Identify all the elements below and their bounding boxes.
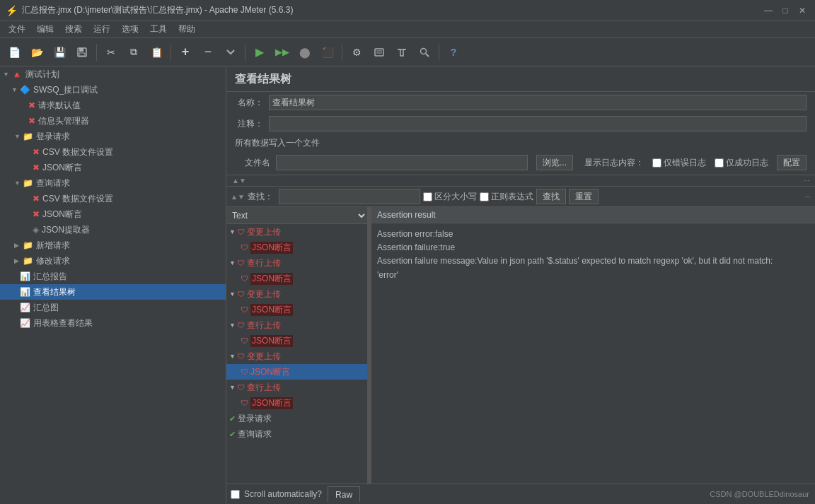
new-button[interactable]: 📄: [4, 42, 24, 62]
help-button[interactable]: ?: [444, 42, 463, 62]
menu-item-搜索[interactable]: 搜索: [59, 22, 88, 37]
report-icon: 📊: [20, 287, 30, 297]
settings-button[interactable]: ⚙: [347, 42, 366, 62]
name-input[interactable]: [269, 95, 807, 110]
copy-button[interactable]: ⧉: [124, 42, 144, 62]
clear-button[interactable]: [392, 42, 412, 62]
scroll-row: ▲▼ ···: [226, 175, 815, 187]
scroll-auto-checkbox[interactable]: [231, 490, 240, 499]
open-button[interactable]: 📂: [27, 42, 47, 62]
sidebar-item-modify-request[interactable]: ▶ 📁 修改请求: [0, 253, 226, 269]
sidebar-item-swsq[interactable]: ▼ 🔷 SWSQ_接口调试: [0, 82, 226, 98]
menu-item-编辑[interactable]: 编辑: [31, 22, 59, 37]
result-panel: Assertion result Assertion error:false A…: [371, 207, 815, 484]
tree-item-selected[interactable]: 🛡 JSON断言: [226, 364, 367, 380]
red-x-icon: ✖: [28, 100, 35, 110]
red-x-icon: ✖: [33, 163, 40, 172]
error-log-checkbox[interactable]: [652, 158, 661, 168]
error-shield-icon: 🛡: [241, 399, 248, 407]
regex-checkbox[interactable]: [480, 192, 489, 201]
menu-item-工具[interactable]: 工具: [144, 22, 173, 37]
sidebar-item-label: CSV 数据文件设置: [42, 146, 113, 158]
filename-label: 文件名: [235, 157, 270, 169]
run-nopause-button[interactable]: ▶▶: [272, 42, 292, 62]
sidebar-item-csv-login[interactable]: ✖ CSV 数据文件设置: [0, 144, 226, 160]
tree-item-row[interactable]: 🛡 JSON断言: [226, 395, 367, 411]
comment-input[interactable]: [269, 116, 807, 131]
sidebar-item-label: 新增请求: [36, 240, 70, 252]
sidebar-item-test-plan[interactable]: ▼ 🔺 测试计划: [0, 66, 226, 82]
sidebar-item-json-login[interactable]: ✖ JSON断言: [0, 160, 226, 175]
log-display-label: 显示日志内容：: [584, 157, 644, 169]
stop-button[interactable]: ⬤: [295, 42, 315, 62]
name-label: 名称：: [235, 97, 263, 109]
find-button[interactable]: 查找: [536, 189, 566, 204]
sidebar-item-table-result[interactable]: 📈 用表格查看结果: [0, 315, 226, 331]
tree-item-row[interactable]: 🛡 JSON断言: [226, 271, 367, 286]
add-button[interactable]: +: [175, 42, 195, 62]
success-log-checkbox[interactable]: [715, 158, 724, 168]
minimize-button[interactable]: —: [761, 4, 775, 18]
split-area: Text JSON XML HTML Regexp Tester ▼ 🛡 变更上…: [226, 207, 815, 484]
toggle-button[interactable]: [221, 42, 241, 62]
maximize-button[interactable]: □: [778, 4, 792, 18]
close-button[interactable]: ✕: [795, 4, 809, 18]
dotdotdot: ···: [804, 177, 809, 184]
tree-item-query[interactable]: ✔ 查询请求: [226, 426, 367, 442]
config-button[interactable]: 配置: [777, 155, 807, 170]
view-selector[interactable]: Text JSON XML HTML Regexp Tester: [226, 207, 367, 224]
sidebar-item-label: JSON提取器: [42, 224, 90, 236]
sidebar-item-new-request[interactable]: ▶ 📁 新增请求: [0, 238, 226, 253]
sidebar-item-label: 用表格查看结果: [33, 317, 93, 329]
sidebar-item-json-extractor[interactable]: ◈ JSON提取器: [0, 222, 226, 238]
raw-tab[interactable]: Raw: [328, 486, 360, 502]
sidebar-item-query-folder[interactable]: ▼ 📁 查询请求: [0, 175, 226, 191]
save-button[interactable]: 💾: [50, 42, 69, 62]
tree-item-row[interactable]: ▼ 🛡 查行上传: [226, 255, 367, 271]
search-input[interactable]: [279, 189, 420, 204]
remove-button[interactable]: −: [198, 42, 218, 62]
sidebar-item-result-tree[interactable]: 📊 查看结果树: [0, 284, 226, 300]
error-shield-icon: 🛡: [237, 321, 245, 329]
arrow-icon: ▼: [229, 353, 236, 360]
tree-item-login[interactable]: ✔ 登录请求: [226, 411, 367, 426]
sidebar-item-summary-report[interactable]: 📊 汇总报告: [0, 269, 226, 284]
tree-item-row[interactable]: ▼ 🛡 查行上传: [226, 317, 367, 333]
search-toolbar-button[interactable]: [415, 42, 434, 62]
sidebar-item-request-default[interactable]: ✖ 请求默认值: [0, 98, 226, 113]
case-sensitive-checkbox[interactable]: [423, 192, 432, 201]
filename-input[interactable]: [276, 155, 528, 170]
success-log-label: 仅成功日志: [715, 157, 768, 169]
sidebar-item-header-manager[interactable]: ✖ 信息头管理器: [0, 113, 226, 129]
tree-item-row[interactable]: 🛡 JSON断言: [226, 240, 367, 255]
tree-item-row[interactable]: ▼ 🛡 变更上传: [226, 286, 367, 302]
tree-item-row[interactable]: ▼ 🛡 查行上传: [226, 380, 367, 395]
run-button[interactable]: ▶: [250, 42, 270, 62]
tree-item-row[interactable]: ▼ 🛡 变更上传: [226, 348, 367, 364]
tree-label: 查行上传: [247, 382, 281, 394]
tree-item-row[interactable]: ▼ 🛡 变更上传: [226, 224, 367, 240]
error-log-label: 仅错误日志: [652, 157, 706, 169]
plan-icon: 🔺: [11, 69, 23, 80]
browse-button[interactable]: 浏览...: [536, 155, 573, 170]
assertion-tab[interactable]: Assertion result: [371, 207, 815, 223]
menu-item-选项[interactable]: 选项: [116, 22, 144, 37]
paste-button[interactable]: 📋: [146, 42, 166, 62]
sidebar-item-json-query[interactable]: ✖ JSON断言: [0, 206, 226, 222]
reset-button[interactable]: 重置: [569, 189, 599, 204]
cut-button[interactable]: ✂: [101, 42, 121, 62]
scroll-auto-label: Scroll automatically?: [231, 489, 322, 499]
sidebar-item-summary-chart[interactable]: 📈 汇总图: [0, 300, 226, 315]
sidebar-item-login-folder[interactable]: ▼ 📁 登录请求: [0, 129, 226, 144]
stop-now-button[interactable]: ⬛: [318, 42, 337, 62]
saveas-button[interactable]: [72, 42, 92, 62]
menu-item-帮助[interactable]: 帮助: [173, 22, 201, 37]
assertion-line-2: Assertion failure:true: [377, 241, 809, 254]
tree-item-row[interactable]: 🛡 JSON断言: [226, 333, 367, 348]
menu-item-运行[interactable]: 运行: [88, 22, 116, 37]
sidebar-item-csv-query[interactable]: ✖ CSV 数据文件设置: [0, 191, 226, 206]
sidebar-item-label: 查询请求: [36, 177, 70, 189]
tree-item-row[interactable]: 🛡 JSON断言: [226, 302, 367, 317]
log-button[interactable]: [369, 42, 389, 62]
menu-item-文件[interactable]: 文件: [3, 22, 31, 37]
